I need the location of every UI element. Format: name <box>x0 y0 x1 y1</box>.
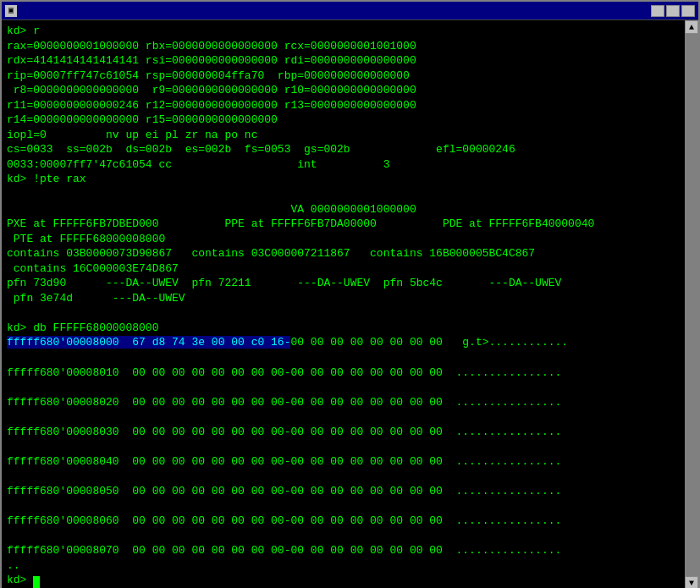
console-line: fffff680'00008020 00 00 00 00 00 00 00 0… <box>7 395 693 410</box>
cursor <box>33 576 40 588</box>
console-line: iopl=0 nv up ei pl zr na po nc <box>7 128 693 143</box>
console-line: PTE at FFFFF68000008000 <box>7 232 693 247</box>
console-line: kd> r <box>7 24 693 39</box>
highlighted-bytes: fffff680'00008000 67 d8 74 3e 00 00 c0 1… <box>7 336 290 349</box>
console-line <box>7 350 693 365</box>
console-line <box>7 409 693 425</box>
console-line: contains 03B0000073D90867 contains 03C00… <box>7 246 693 261</box>
window-container: ▣ kd> rrax=0000000001000000 rbx=00000000… <box>0 0 700 588</box>
scroll-track[interactable] <box>685 34 698 576</box>
console-line: fffff680'00008070 00 00 00 00 00 00 00 0… <box>7 543 693 558</box>
console-line: fffff680'00008040 00 00 00 00 00 00 00 0… <box>7 454 693 470</box>
console-line: rdx=4141414141414141 rsi=000000000000000… <box>7 53 693 69</box>
console-line: fffff680'00008060 00 00 00 00 00 00 00 0… <box>7 514 693 529</box>
console-line <box>7 469 693 484</box>
console-line: fffff680'00008030 00 00 00 00 00 00 00 0… <box>7 425 693 440</box>
scroll-down-button[interactable]: ▼ <box>685 576 698 588</box>
console-line <box>7 305 693 321</box>
console-line <box>7 187 693 202</box>
console-line: kd> <box>7 573 693 588</box>
console-line: 0033:00007ff7'47c61054 cc int 3 <box>7 157 693 173</box>
scroll-up-button[interactable]: ▲ <box>685 20 698 34</box>
console-line <box>7 380 693 395</box>
console-line: rip=00007ff747c61054 rsp=000000004ffa70 … <box>7 69 693 84</box>
console-line: fffff680'00008000 67 d8 74 3e 00 00 c0 1… <box>7 335 693 350</box>
title-bar-controls <box>651 5 695 17</box>
console-line: kd> !pte rax <box>7 172 693 187</box>
close-button[interactable] <box>681 5 695 17</box>
console-line: r8=0000000000000000 r9=0000000000000000 … <box>7 83 693 98</box>
console-line: fffff680'00008010 00 00 00 00 00 00 00 0… <box>7 365 693 381</box>
window-icon: ▣ <box>5 5 17 17</box>
console-line <box>7 499 693 514</box>
title-bar-left: ▣ <box>5 5 20 17</box>
console-line: .. <box>7 558 693 574</box>
normal-bytes: 00 00 00 00 00 00 00 00 g.t>............ <box>290 336 568 349</box>
console-line <box>7 439 693 454</box>
scrollbar[interactable]: ▲ ▼ <box>685 20 698 588</box>
console-output[interactable]: kd> rrax=0000000001000000 rbx=0000000000… <box>2 20 698 588</box>
minimize-button[interactable] <box>651 5 664 17</box>
console-line: cs=0033 ss=002b ds=002b es=002b fs=0053 … <box>7 142 693 157</box>
console-line <box>7 529 693 544</box>
console-line: pfn 73d90 ---DA--UWEV pfn 72211 ---DA--U… <box>7 276 693 291</box>
console-line: VA 0000000001000000 <box>7 202 693 217</box>
console-line: pfn 3e74d ---DA--UWEV <box>7 291 693 306</box>
console-line: PXE at FFFFF6FB7DBED000 PPE at FFFFF6FB7… <box>7 217 693 232</box>
maximize-button[interactable] <box>666 5 680 17</box>
console-line: fffff680'00008050 00 00 00 00 00 00 00 0… <box>7 484 693 499</box>
console-line: r11=0000000000000246 r12=000000000000000… <box>7 98 693 113</box>
console-line: r14=0000000000000000 r15=000000000000000… <box>7 113 693 128</box>
title-bar: ▣ <box>2 2 698 20</box>
console-line: kd> db FFFFF68000008000 <box>7 321 693 336</box>
console-line: rax=0000000001000000 rbx=000000000000000… <box>7 39 693 54</box>
console-line: contains 16C000003E74D867 <box>7 261 693 277</box>
